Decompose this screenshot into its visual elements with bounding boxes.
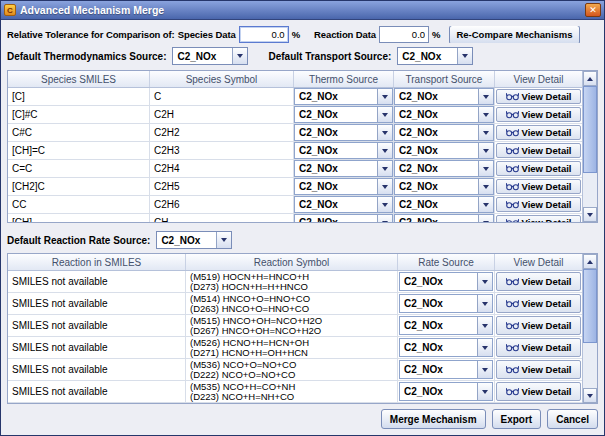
rate-source-combo[interactable]: C2_NOx xyxy=(399,382,493,401)
default-thermo-combo[interactable]: C2_NOx xyxy=(172,47,248,65)
rate-source-cell: C2_NOx xyxy=(398,337,495,358)
view-detail-button[interactable]: View Detail xyxy=(496,338,581,357)
species-table-scrollbar[interactable] xyxy=(582,71,597,222)
rate-source-combo[interactable]: C2_NOx xyxy=(399,316,493,335)
chevron-down-icon[interactable] xyxy=(377,89,392,104)
transport-source-combo[interactable]: C2_NOx xyxy=(394,142,494,159)
chevron-down-icon[interactable] xyxy=(377,143,392,158)
close-button[interactable]: ✕ xyxy=(585,3,601,17)
reaction-table-row: SMILES not available (M519) HOCN+H=HNCO+… xyxy=(8,271,582,293)
view-detail-button[interactable]: View Detail xyxy=(496,107,581,122)
arrow-down-icon xyxy=(587,213,593,217)
chevron-down-icon[interactable] xyxy=(478,143,493,158)
chevron-down-icon[interactable] xyxy=(377,197,392,212)
thermo-source-combo[interactable]: C2_NOx xyxy=(294,106,393,123)
default-rate-combo[interactable]: C2_NOx xyxy=(156,231,232,249)
default-transport-combo[interactable]: C2_NOx xyxy=(397,47,473,65)
rate-source-combo[interactable]: C2_NOx xyxy=(399,294,493,313)
view-detail-button[interactable]: View Detail xyxy=(496,360,581,379)
cancel-button[interactable]: Cancel xyxy=(547,409,598,429)
reaction-symbol-cell: (M514) HNCO+O=HNO+CO (D263) HNCO+O=HNO+C… xyxy=(186,293,398,314)
rate-source-combo[interactable]: C2_NOx xyxy=(399,272,493,291)
view-detail-button[interactable]: View Detail xyxy=(496,143,581,158)
scroll-up-button[interactable] xyxy=(583,254,597,269)
view-detail-button[interactable]: View Detail xyxy=(496,215,581,222)
thermo-source-combo[interactable]: C2_NOx xyxy=(294,88,393,105)
thermo-source-combo[interactable]: C2_NOx xyxy=(294,178,393,195)
reaction-smiles-cell: SMILES not available xyxy=(8,315,186,336)
species-table-row: [C] C C2_NOx C2_NOx View Detail xyxy=(8,88,582,106)
chevron-down-icon[interactable] xyxy=(477,273,492,290)
chevron-down-icon[interactable] xyxy=(377,125,392,140)
species-symbol-cell: C2H3 xyxy=(150,142,294,159)
scroll-up-button[interactable] xyxy=(583,71,597,86)
thermo-source-cell: C2_NOx xyxy=(294,106,394,123)
chevron-down-icon[interactable] xyxy=(478,179,493,194)
chevron-down-icon[interactable] xyxy=(477,383,492,400)
reaction-symbol-line1: (M536) NCO+O=NO+CO xyxy=(190,360,296,370)
chevron-down-icon[interactable] xyxy=(478,215,493,222)
transport-source-combo[interactable]: C2_NOx xyxy=(394,124,494,141)
scroll-thumb[interactable] xyxy=(583,269,597,343)
view-detail-button[interactable]: View Detail xyxy=(496,89,581,104)
chevron-down-icon[interactable] xyxy=(478,107,493,122)
view-detail-button[interactable]: View Detail xyxy=(496,161,581,176)
view-detail-button[interactable]: View Detail xyxy=(496,294,581,313)
chevron-down-icon[interactable] xyxy=(477,339,492,356)
transport-source-combo[interactable]: C2_NOx xyxy=(394,214,494,222)
chevron-down-icon[interactable] xyxy=(377,107,392,122)
export-button[interactable]: Export xyxy=(492,409,542,429)
view-detail-button[interactable]: View Detail xyxy=(496,382,581,401)
reaction-smiles-cell: SMILES not available xyxy=(8,359,186,380)
chevron-down-icon[interactable] xyxy=(478,125,493,140)
chevron-down-icon[interactable] xyxy=(377,215,392,222)
chevron-down-icon[interactable] xyxy=(477,361,492,378)
transport-source-combo[interactable]: C2_NOx xyxy=(394,106,494,123)
thermo-source-combo[interactable]: C2_NOx xyxy=(294,196,393,213)
chevron-down-icon[interactable] xyxy=(377,179,392,194)
thermo-source-combo[interactable]: C2_NOx xyxy=(294,160,393,177)
chevron-down-icon[interactable] xyxy=(478,197,493,212)
rate-source-combo[interactable]: C2_NOx xyxy=(399,338,493,357)
species-table: Species SMILES Species Symbol Thermo Sou… xyxy=(7,70,598,223)
chevron-down-icon[interactable] xyxy=(216,232,231,248)
reaction-symbol-cell: (M526) HCNO+H=HCN+OH (D271) HCNO+H=OH+HC… xyxy=(186,337,398,358)
thermo-source-combo[interactable]: C2_NOx xyxy=(294,124,393,141)
scroll-down-button[interactable] xyxy=(583,388,597,403)
recompare-mechanisms-button[interactable]: Re-Compare Mechanisms xyxy=(449,26,579,43)
reaction-table-row: SMILES not available (M535) NCO+H=CO+NH … xyxy=(8,381,582,403)
thermo-source-combo[interactable]: C2_NOx xyxy=(294,214,393,222)
view-detail-button[interactable]: View Detail xyxy=(496,197,581,212)
view-detail-cell: View Detail xyxy=(495,381,582,402)
chevron-down-icon[interactable] xyxy=(477,317,492,334)
scroll-track[interactable] xyxy=(583,86,597,207)
view-detail-button[interactable]: View Detail xyxy=(496,272,581,291)
chevron-down-icon[interactable] xyxy=(457,48,472,64)
thermo-source-cell: C2_NOx xyxy=(294,178,394,195)
chevron-down-icon[interactable] xyxy=(377,161,392,176)
chevron-down-icon[interactable] xyxy=(478,89,493,104)
merge-mechanism-button[interactable]: Merge Mechanism xyxy=(381,409,486,429)
scroll-track[interactable] xyxy=(583,269,597,388)
thermo-source-combo[interactable]: C2_NOx xyxy=(294,142,393,159)
reaction-data-input[interactable] xyxy=(379,26,429,43)
view-detail-cell: View Detail xyxy=(495,178,582,195)
chevron-down-icon[interactable] xyxy=(478,161,493,176)
glasses-icon xyxy=(506,218,519,222)
transport-source-combo[interactable]: C2_NOx xyxy=(394,88,494,105)
chevron-down-icon[interactable] xyxy=(232,48,247,64)
reaction-table-scrollbar[interactable] xyxy=(582,254,597,403)
chevron-down-icon[interactable] xyxy=(477,295,492,312)
species-data-input[interactable] xyxy=(239,26,289,43)
reaction-symbol-cell: (M536) NCO+O=NO+CO (D222) NCO+O=NO+CO xyxy=(186,359,398,380)
transport-source-combo[interactable]: C2_NOx xyxy=(394,178,494,195)
transport-source-combo[interactable]: C2_NOx xyxy=(394,160,494,177)
scroll-down-button[interactable] xyxy=(583,207,597,222)
view-detail-button[interactable]: View Detail xyxy=(496,125,581,140)
view-detail-button[interactable]: View Detail xyxy=(496,316,581,335)
scroll-thumb[interactable] xyxy=(583,86,597,173)
rate-source-combo[interactable]: C2_NOx xyxy=(399,360,493,379)
view-detail-button[interactable]: View Detail xyxy=(496,179,581,194)
transport-source-combo[interactable]: C2_NOx xyxy=(394,196,494,213)
rate-source-cell: C2_NOx xyxy=(398,315,495,336)
